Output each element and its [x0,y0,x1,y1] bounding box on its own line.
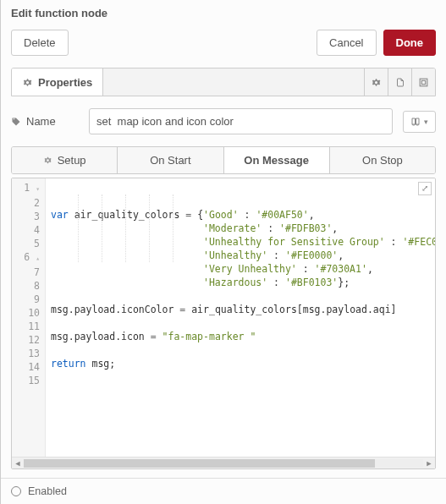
panel-title: Edit function node [1,0,446,23]
footer: Enabled [1,478,446,504]
node-settings-button[interactable] [364,68,388,96]
code-area[interactable]: var air_quality_colors = {'Good' : '#00A… [46,178,435,457]
tab-setup[interactable]: Setup [12,147,118,173]
name-label-text: Name [26,115,56,128]
expand-icon: ⤢ [421,182,428,195]
enabled-toggle[interactable] [11,486,21,496]
action-buttons: Delete Cancel Done [1,23,446,68]
enabled-label: Enabled [28,485,67,497]
tab-setup-label: Setup [58,154,86,167]
caret-down-icon: ▾ [424,118,428,126]
tab-properties-label: Properties [38,76,92,89]
name-label: Name [11,115,79,128]
svg-rect-1 [421,80,425,84]
cancel-button[interactable]: Cancel [317,30,376,56]
gear-icon [22,77,33,88]
node-description-button[interactable] [388,68,411,96]
delete-button[interactable]: Delete [11,30,69,56]
gear-icon [371,77,382,88]
svg-rect-0 [420,79,427,86]
line-gutter: 1 ▾ 2 3 4 5 6 ▴ 7 8 9 10 11 12 13 14 15 [12,178,46,457]
horizontal-scrollbar[interactable]: ◄ ► [12,457,435,468]
tab-properties[interactable]: Properties [12,68,102,96]
editor-tabs: Setup On Start On Message On Stop [11,146,436,174]
file-icon [395,77,405,88]
code-editor[interactable]: 1 ▾ 2 3 4 5 6 ▴ 7 8 9 10 11 12 13 14 15 … [11,178,436,469]
name-row: Name ▾ [11,108,436,134]
tab-on-message[interactable]: On Message [224,147,330,173]
name-input[interactable] [89,108,393,134]
gear-icon [43,156,52,165]
tab-on-stop[interactable]: On Stop [330,147,435,173]
grid-icon [418,77,429,88]
book-icon [410,117,421,127]
scroll-right-arrow[interactable]: ► [423,459,435,468]
icon-picker-button[interactable]: ▾ [403,111,436,133]
done-button[interactable]: Done [383,30,437,56]
scroll-left-arrow[interactable]: ◄ [12,459,24,468]
expand-editor-button[interactable]: ⤢ [418,182,432,195]
tag-icon [11,117,21,127]
tab-on-start[interactable]: On Start [118,147,223,173]
node-appearance-button[interactable] [411,68,435,96]
section-tabs: Properties [11,68,436,96]
scrollbar-thumb[interactable] [24,459,375,468]
